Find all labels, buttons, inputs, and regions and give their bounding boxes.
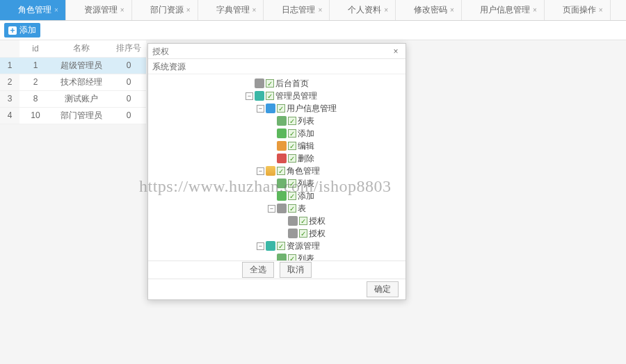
node-label: 编辑 bbox=[298, 140, 314, 152]
dialog-mask: 授权 × 系统资源 ✓后台首页−✓管理员管理−✓用户信息管理✓列表✓添加✓编辑✓… bbox=[0, 0, 626, 364]
node-checkbox[interactable]: ✓ bbox=[288, 204, 296, 213]
tree-node[interactable]: −✓角色管理 bbox=[257, 165, 406, 177]
tree-node[interactable]: −✓资源管理 bbox=[257, 240, 406, 252]
select-all-button[interactable]: 全选 bbox=[242, 262, 274, 278]
node-checkbox[interactable]: ✓ bbox=[277, 104, 285, 113]
authorize-dialog: 授权 × 系统资源 ✓后台首页−✓管理员管理−✓用户信息管理✓列表✓添加✓编辑✓… bbox=[147, 43, 406, 300]
node-checkbox[interactable]: ✓ bbox=[266, 92, 274, 100]
node-label: 删除 bbox=[298, 153, 314, 165]
node-icon bbox=[266, 166, 275, 176]
node-icon bbox=[277, 129, 287, 138]
node-label: 授权 bbox=[309, 228, 326, 240]
node-checkbox[interactable]: ✓ bbox=[277, 167, 285, 175]
node-label: 列表 bbox=[298, 253, 314, 261]
expand-spacer bbox=[268, 155, 275, 163]
node-checkbox[interactable]: ✓ bbox=[277, 242, 285, 250]
resource-tree: ✓后台首页−✓管理员管理−✓用户信息管理✓列表✓添加✓编辑✓删除−✓角色管理✓列… bbox=[246, 77, 406, 260]
node-icon bbox=[277, 204, 287, 213]
node-icon bbox=[277, 179, 287, 188]
dialog-subtitle: 系统资源 bbox=[148, 59, 406, 74]
collapse-icon[interactable]: − bbox=[257, 105, 264, 113]
expand-spacer bbox=[279, 217, 287, 225]
node-icon bbox=[277, 116, 287, 126]
node-icon bbox=[277, 154, 287, 163]
node-label: 表 bbox=[298, 203, 306, 215]
tree-node[interactable]: ✓列表 bbox=[268, 177, 406, 190]
tree-node[interactable]: −✓表 bbox=[268, 202, 406, 215]
tree-node[interactable]: −✓用户信息管理 bbox=[257, 102, 406, 115]
node-label: 添加 bbox=[298, 128, 314, 140]
node-icon bbox=[277, 254, 287, 260]
collapse-icon[interactable]: − bbox=[268, 205, 275, 213]
node-checkbox[interactable]: ✓ bbox=[288, 154, 296, 163]
ok-button[interactable]: 确定 bbox=[367, 281, 399, 297]
expand-spacer bbox=[268, 117, 275, 125]
expand-spacer bbox=[268, 192, 275, 200]
node-icon bbox=[277, 141, 287, 151]
expand-spacer bbox=[268, 180, 275, 188]
node-checkbox[interactable]: ✓ bbox=[288, 142, 296, 150]
node-label: 管理员管理 bbox=[275, 90, 317, 102]
node-icon bbox=[266, 104, 275, 113]
node-icon bbox=[255, 78, 264, 88]
tree-node[interactable]: ✓授权 bbox=[279, 227, 406, 240]
node-checkbox[interactable]: ✓ bbox=[288, 117, 296, 125]
node-label: 资源管理 bbox=[287, 240, 320, 252]
node-checkbox[interactable]: ✓ bbox=[288, 129, 296, 138]
collapse-icon[interactable]: − bbox=[246, 92, 253, 100]
tree-node[interactable]: ✓列表 bbox=[268, 252, 406, 260]
dialog-title: 授权 bbox=[152, 44, 169, 58]
node-checkbox[interactable]: ✓ bbox=[266, 79, 274, 88]
tree-node[interactable]: ✓删除 bbox=[268, 152, 406, 165]
node-label: 添加 bbox=[298, 190, 314, 202]
expand-spacer bbox=[246, 80, 253, 88]
node-checkbox[interactable]: ✓ bbox=[299, 217, 307, 225]
expand-spacer bbox=[268, 130, 275, 138]
node-label: 授权 bbox=[309, 215, 326, 227]
tree-node[interactable]: ✓授权 bbox=[279, 215, 406, 227]
cancel-button[interactable]: 取消 bbox=[280, 262, 312, 278]
node-label: 列表 bbox=[298, 115, 314, 127]
node-label: 后台首页 bbox=[275, 78, 309, 90]
tree-node[interactable]: ✓添加 bbox=[268, 127, 406, 140]
tree-node[interactable]: ✓列表 bbox=[268, 115, 406, 127]
node-icon bbox=[277, 191, 287, 201]
collapse-icon[interactable]: − bbox=[257, 242, 264, 250]
node-checkbox[interactable]: ✓ bbox=[299, 229, 307, 238]
collapse-icon[interactable]: − bbox=[257, 167, 264, 175]
node-label: 角色管理 bbox=[287, 165, 320, 177]
node-checkbox[interactable]: ✓ bbox=[288, 254, 296, 260]
node-icon bbox=[288, 229, 298, 238]
expand-spacer bbox=[268, 142, 275, 150]
node-label: 列表 bbox=[298, 178, 314, 190]
expand-spacer bbox=[268, 255, 275, 261]
node-icon bbox=[266, 241, 275, 251]
tree-node[interactable]: −✓管理员管理 bbox=[246, 90, 406, 102]
tree-node[interactable]: ✓添加 bbox=[268, 190, 406, 202]
node-icon bbox=[288, 216, 298, 226]
tree-node[interactable]: ✓编辑 bbox=[268, 140, 406, 152]
node-checkbox[interactable]: ✓ bbox=[288, 179, 296, 188]
node-label: 用户信息管理 bbox=[287, 103, 337, 115]
expand-spacer bbox=[279, 230, 287, 238]
dialog-close-button[interactable]: × bbox=[390, 44, 401, 58]
node-checkbox[interactable]: ✓ bbox=[288, 192, 296, 200]
node-icon bbox=[255, 91, 264, 101]
tree-node[interactable]: ✓后台首页 bbox=[246, 77, 406, 90]
